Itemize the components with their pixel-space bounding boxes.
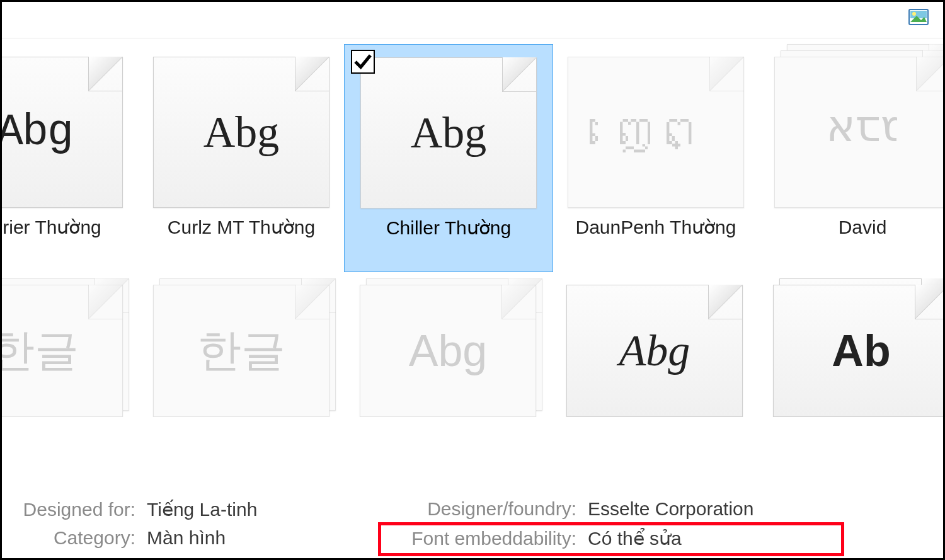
- detail-value: Có thể sửa: [588, 527, 682, 549]
- font-sample: 한글: [153, 285, 329, 417]
- font-item-courier[interactable]: Abg Courier Thường: [0, 44, 139, 271]
- font-swatch: Abg: [360, 285, 536, 417]
- details-pane: Designed for: Tiếng La-tinh Category: Mà…: [0, 491, 945, 560]
- font-sample: 한글: [0, 285, 123, 417]
- detail-value: Esselte Corporation: [588, 498, 753, 520]
- font-sample: Abg: [566, 285, 743, 417]
- detail-label: Font embeddability:: [384, 528, 576, 549]
- font-sample: Abg: [360, 57, 537, 209]
- font-swatch: Abg: [153, 57, 329, 208]
- detail-value: Màn hình: [147, 527, 226, 549]
- detail-value: Tiếng La-tinh: [147, 498, 257, 520]
- font-sample: Ab: [773, 285, 945, 417]
- font-item-daunpenh[interactable]: ញេព្ DaunPenh Thường: [552, 44, 760, 271]
- font-sample: אבג: [774, 57, 945, 208]
- check-icon[interactable]: [351, 50, 375, 74]
- font-row: Abg Courier Thường Abg Curlz MT Thường A…: [0, 44, 945, 272]
- font-swatch: Abg: [360, 57, 537, 209]
- font-item[interactable]: 한글: [0, 272, 139, 417]
- detail-foundry: Designer/foundry: Esselte Corporation: [384, 498, 753, 520]
- detail-designed-for: Designed for: Tiếng La-tinh: [6, 498, 257, 520]
- font-swatch: Ab: [773, 285, 945, 417]
- font-swatch: 한글: [153, 285, 329, 417]
- font-swatch: ញេព្: [568, 57, 744, 208]
- font-item[interactable]: 한글: [137, 272, 345, 417]
- font-item[interactable]: Abg: [551, 272, 759, 417]
- font-label: Courier Thường: [0, 217, 101, 239]
- font-sample: Abg: [0, 57, 123, 208]
- font-item[interactable]: Abg: [344, 272, 552, 417]
- detail-category: Category: Màn hình: [6, 527, 226, 549]
- detail-label: Designer/foundry:: [384, 498, 576, 520]
- detail-label: Category:: [6, 527, 135, 549]
- picture-icon[interactable]: [908, 9, 929, 25]
- font-swatch: 한글: [0, 285, 123, 417]
- font-row: 한글 한글 Abg Abg: [0, 272, 945, 417]
- font-item[interactable]: Ab: [757, 272, 945, 417]
- font-label: Chiller Thường: [386, 217, 511, 239]
- font-grid: Abg Courier Thường Abg Curlz MT Thường A…: [0, 44, 945, 417]
- font-sample: ញេព្: [568, 57, 744, 208]
- font-sample: Abg: [153, 57, 329, 208]
- font-sample: Abg: [360, 285, 536, 417]
- font-item-curlz[interactable]: Abg Curlz MT Thường: [137, 44, 345, 271]
- font-swatch: Abg: [0, 57, 123, 208]
- font-swatch: אבג: [774, 57, 945, 208]
- detail-embeddability: Font embeddability: Có thể sửa: [384, 527, 682, 549]
- font-item-david[interactable]: אבג David: [759, 44, 945, 271]
- font-label: DaunPenh Thường: [576, 217, 736, 239]
- font-label: David: [839, 217, 887, 239]
- font-swatch: Abg: [566, 285, 743, 417]
- font-label: Curlz MT Thường: [168, 217, 315, 239]
- detail-label: Designed for:: [6, 499, 135, 520]
- font-item-chiller[interactable]: Abg Chiller Thường: [344, 44, 553, 272]
- toolbar: [0, 0, 945, 38]
- svg-point-2: [912, 12, 916, 16]
